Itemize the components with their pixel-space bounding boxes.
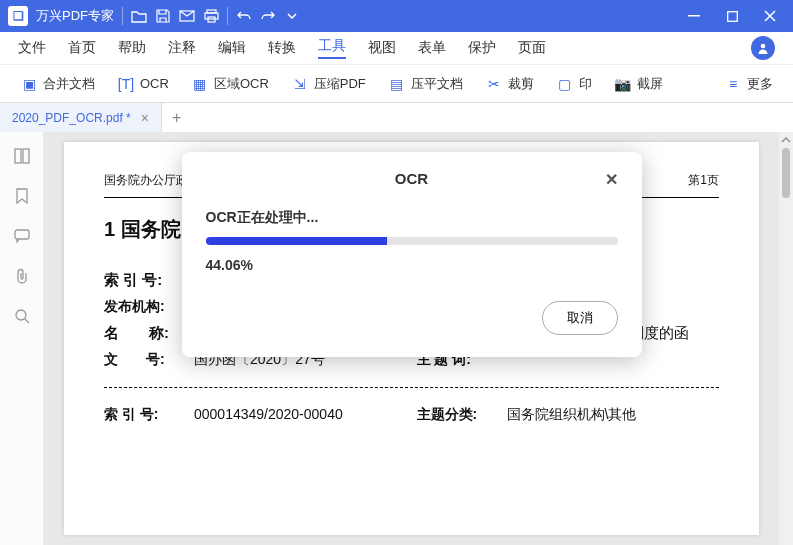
dropdown-icon[interactable] (284, 8, 300, 24)
tool-more[interactable]: ≡更多 (718, 71, 779, 97)
tool-ocr[interactable]: [T]OCR (111, 71, 175, 97)
scroll-thumb[interactable] (782, 148, 790, 198)
tool-label: 压平文档 (411, 75, 463, 93)
open-icon[interactable] (131, 8, 147, 24)
svg-rect-7 (15, 149, 21, 163)
menu-protect[interactable]: 保护 (468, 39, 496, 57)
cancel-button[interactable]: 取消 (542, 301, 618, 335)
attachment-icon[interactable] (12, 266, 32, 286)
svg-point-6 (761, 44, 766, 49)
tool-label: 区域OCR (214, 75, 269, 93)
tool-label: 裁剪 (508, 75, 534, 93)
menu-form[interactable]: 表单 (418, 39, 446, 57)
save-icon[interactable] (155, 8, 171, 24)
mail-icon[interactable] (179, 8, 195, 24)
menu-edit[interactable]: 编辑 (218, 39, 246, 57)
menu-bar: 文件 首页 帮助 注释 编辑 转换 工具 视图 表单 保护 页面 (0, 32, 793, 64)
thumbnails-icon[interactable] (12, 146, 32, 166)
tool-compress[interactable]: ⇲压缩PDF (285, 71, 372, 97)
more-icon: ≡ (724, 75, 742, 93)
menu-help[interactable]: 帮助 (118, 39, 146, 57)
tool-flatten[interactable]: ▤压平文档 (382, 71, 469, 97)
minimize-button[interactable] (679, 4, 709, 28)
progress-fill (206, 237, 388, 245)
tab-close-icon[interactable]: × (141, 110, 149, 126)
print-icon[interactable] (203, 8, 219, 24)
tool-watermark[interactable]: ▢印 (550, 71, 598, 97)
tab-label: 2020_PDF_OCR.pdf * (12, 111, 131, 125)
toolbar: ▣合并文档 [T]OCR ▦区域OCR ⇲压缩PDF ▤压平文档 ✂裁剪 ▢印 … (0, 64, 793, 102)
tool-screenshot[interactable]: 📷截屏 (608, 71, 669, 97)
area-ocr-icon: ▦ (191, 75, 209, 93)
watermark-icon: ▢ (556, 75, 574, 93)
user-avatar[interactable] (751, 36, 775, 60)
ocr-dialog: OCR ✕ OCR正在处理中... 44.06% 取消 (182, 152, 642, 357)
camera-icon: 📷 (614, 75, 632, 93)
document-tab[interactable]: 2020_PDF_OCR.pdf * × (0, 103, 162, 133)
scrollbar[interactable] (779, 132, 793, 545)
menu-annotate[interactable]: 注释 (168, 39, 196, 57)
undo-icon[interactable] (236, 8, 252, 24)
close-button[interactable] (755, 4, 785, 28)
app-logo: ❏ (8, 6, 28, 26)
tool-label: 截屏 (637, 75, 663, 93)
svg-rect-9 (15, 230, 29, 239)
bookmark-icon[interactable] (12, 186, 32, 206)
modal-backdrop: OCR ✕ OCR正在处理中... 44.06% 取消 (44, 132, 779, 545)
svg-rect-2 (205, 13, 218, 19)
flatten-icon: ▤ (388, 75, 406, 93)
tool-label: 合并文档 (43, 75, 95, 93)
add-tab-button[interactable]: + (162, 109, 191, 127)
tool-label: 压缩PDF (314, 75, 366, 93)
ocr-icon: [T] (117, 75, 135, 93)
dialog-close-icon[interactable]: ✕ (605, 170, 618, 189)
redo-icon[interactable] (260, 8, 276, 24)
tool-crop[interactable]: ✂裁剪 (479, 71, 540, 97)
tool-label: OCR (140, 76, 169, 91)
svg-rect-8 (23, 149, 29, 163)
maximize-button[interactable] (717, 4, 747, 28)
tab-bar: 2020_PDF_OCR.pdf * × + (0, 102, 793, 132)
tool-label: 更多 (747, 75, 773, 93)
menu-tools[interactable]: 工具 (318, 37, 346, 59)
status-text: OCR正在处理中... (206, 209, 618, 227)
merge-icon: ▣ (20, 75, 38, 93)
svg-point-10 (16, 310, 26, 320)
compress-icon: ⇲ (291, 75, 309, 93)
document-area: 国务院办公厅政 第1页 1 国务院 索 引 号: 发布机构:国务院办公厅 成文日… (44, 132, 779, 545)
crop-icon: ✂ (485, 75, 503, 93)
menu-home[interactable]: 首页 (68, 39, 96, 57)
workspace: 国务院办公厅政 第1页 1 国务院 索 引 号: 发布机构:国务院办公厅 成文日… (0, 132, 793, 545)
divider (227, 7, 228, 25)
divider (122, 7, 123, 25)
tool-merge[interactable]: ▣合并文档 (14, 71, 101, 97)
menu-page[interactable]: 页面 (518, 39, 546, 57)
progress-percent: 44.06% (206, 257, 618, 273)
menu-convert[interactable]: 转换 (268, 39, 296, 57)
svg-rect-5 (727, 11, 737, 21)
search-icon[interactable] (12, 306, 32, 326)
app-name: 万兴PDF专家 (36, 7, 114, 25)
side-panel (0, 132, 44, 545)
tool-label: 印 (579, 75, 592, 93)
dialog-title: OCR (395, 170, 428, 187)
scroll-up-icon[interactable] (781, 136, 791, 144)
title-bar: ❏ 万兴PDF专家 (0, 0, 793, 32)
comment-icon[interactable] (12, 226, 32, 246)
svg-rect-4 (688, 15, 700, 17)
menu-view[interactable]: 视图 (368, 39, 396, 57)
menu-file[interactable]: 文件 (18, 39, 46, 57)
tool-area-ocr[interactable]: ▦区域OCR (185, 71, 275, 97)
progress-bar (206, 237, 618, 245)
